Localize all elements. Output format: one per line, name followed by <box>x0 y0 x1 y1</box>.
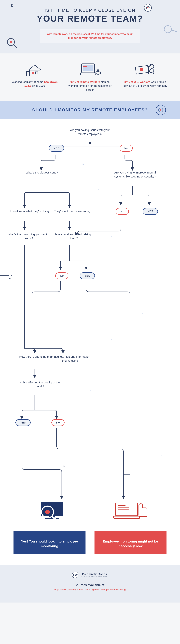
section-header: SHOULD I MONITOR MY REMOTE EMPLOYEES? <box>0 101 180 119</box>
svg-point-6 <box>163 24 173 34</box>
section-title: SHOULD I MONITOR MY REMOTE EMPLOYEES? <box>4 107 176 113</box>
yes-pill: YES <box>15 419 31 426</box>
svg-rect-35 <box>114 516 140 518</box>
flow-question: Are you trying to improve internal syste… <box>113 171 157 179</box>
brand-tagline: STRENGTH. TRUST. STABILITY. <box>80 576 108 578</box>
flow-answer: What sites, files and information they'r… <box>49 355 91 363</box>
svg-rect-11 <box>35 72 38 74</box>
result-text: Employee monitoring might not be neccesa… <box>98 539 163 548</box>
stat-card: 98% of remote workers plan on working re… <box>64 62 116 92</box>
hero: IS IT TIME TO KEEP A CLOSE EYE ON YOUR R… <box>0 0 180 54</box>
yes-pill: YES <box>143 208 158 215</box>
results-row: Yes! You should look into employee monit… <box>0 531 180 565</box>
flow-question: Is this affecting the quality of their w… <box>19 380 62 388</box>
yes-pill: YES <box>49 145 64 152</box>
camera-icon <box>4 2 15 10</box>
svg-point-16 <box>96 71 100 74</box>
no-pill: No <box>51 419 65 426</box>
no-pill: No <box>116 208 129 215</box>
flow-question: Have you already tried talking to them? <box>53 232 95 240</box>
result-yes-card: Yes! You should look into employee monit… <box>13 531 85 554</box>
laptop-icon <box>79 62 101 77</box>
flow-question: What's the main thing you want to know? <box>8 232 50 240</box>
svg-rect-10 <box>32 72 34 74</box>
svg-rect-37 <box>118 507 129 508</box>
flow-answer: I don't know what they're doing <box>10 209 49 213</box>
title-line1: IS IT TIME TO KEEP A CLOSE EYE ON <box>45 8 135 12</box>
brand-badge-icon: JW <box>72 572 78 578</box>
eye-icon <box>144 4 152 12</box>
svg-point-4 <box>10 41 12 43</box>
hero-subhead: With remote work on the rise, see if it'… <box>40 29 140 43</box>
flowchart: ✕ ○ ○ ✕ ✕ ○ ✕ Are you having issues with… <box>0 119 180 531</box>
svg-marker-26 <box>9 276 12 279</box>
flow-question: Are you having issues with your remote e… <box>69 128 111 136</box>
no-pill: No <box>120 145 133 152</box>
result-text: Yes! You should look into employee monit… <box>17 539 82 548</box>
brand-name: JW Surety Bonds <box>82 572 107 576</box>
eye-icon <box>156 105 166 115</box>
brand-logo: JW JW Surety Bonds STRENGTH. TRUST. STAB… <box>4 572 176 578</box>
svg-rect-9 <box>26 72 29 76</box>
svg-marker-1 <box>11 4 14 7</box>
svg-rect-0 <box>4 4 11 7</box>
house-icon <box>26 62 44 77</box>
title-line2: YOUR REMOTE TEAM? <box>13 14 167 24</box>
stat-card: Working regularly at home has grown 173%… <box>9 62 60 92</box>
laptop-thumbs-icon <box>113 500 147 523</box>
sources-label: Sources available at: <box>4 583 176 587</box>
svg-rect-15 <box>83 66 87 66</box>
monitor-eye-icon <box>36 500 69 523</box>
stats-row: Working regularly at home has grown 173%… <box>0 54 180 101</box>
magnifier-icon <box>6 38 18 50</box>
stat-card: 34% of U.S. workers would take a pay cut… <box>120 62 171 92</box>
svg-line-5 <box>14 45 17 48</box>
no-pill: No <box>55 272 68 279</box>
svg-line-7 <box>172 28 177 33</box>
result-no-card: Employee monitoring might not be neccesa… <box>95 531 167 554</box>
sources-link[interactable]: https://www.jwsuretybonds.com/blog/remot… <box>4 588 176 591</box>
yes-pill: YES <box>80 272 95 279</box>
flow-answer: They're not productive enough <box>54 209 92 213</box>
page-title: IS IT TIME TO KEEP A CLOSE EYE ON YOUR R… <box>13 8 167 24</box>
flow-connectors <box>0 119 180 531</box>
svg-rect-25 <box>0 276 9 279</box>
flow-question: What's the biggest issue? <box>26 171 58 175</box>
svg-rect-36 <box>118 505 126 506</box>
svg-rect-14 <box>80 73 96 75</box>
money-icon <box>135 62 156 77</box>
camera-icon <box>0 274 14 282</box>
svg-point-19 <box>140 68 143 71</box>
svg-point-32 <box>45 510 50 514</box>
svg-rect-38 <box>118 509 129 510</box>
svg-rect-8 <box>29 70 40 76</box>
footer: JW JW Surety Bonds STRENGTH. TRUST. STAB… <box>0 565 180 602</box>
